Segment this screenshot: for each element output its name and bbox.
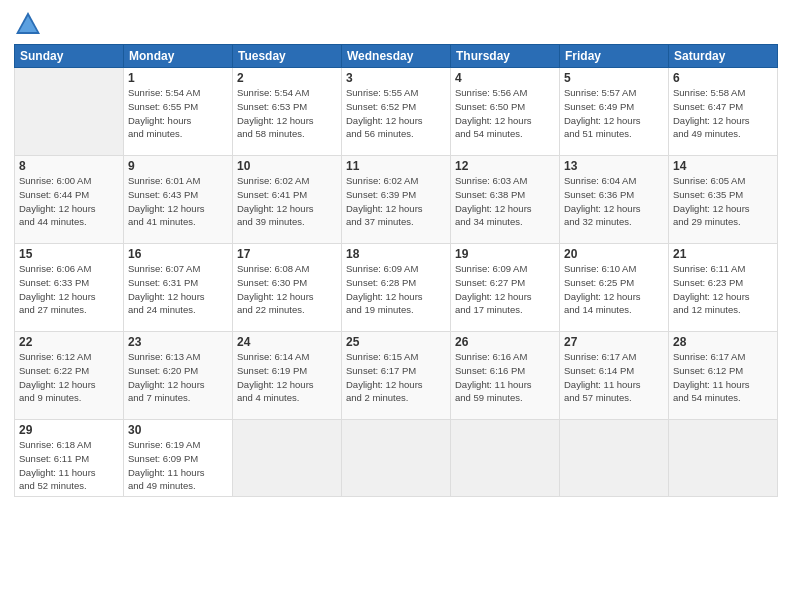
logo xyxy=(14,10,46,38)
day-of-week-header: Monday xyxy=(124,45,233,68)
calendar-cell: 21Sunrise: 6:11 AMSunset: 6:23 PMDayligh… xyxy=(669,244,778,332)
day-info: Sunrise: 6:10 AMSunset: 6:25 PMDaylight:… xyxy=(564,263,641,315)
day-info: Sunrise: 6:13 AMSunset: 6:20 PMDaylight:… xyxy=(128,351,205,403)
calendar-cell: 4Sunrise: 5:56 AMSunset: 6:50 PMDaylight… xyxy=(451,68,560,156)
calendar-cell xyxy=(560,420,669,497)
calendar-cell: 23Sunrise: 6:13 AMSunset: 6:20 PMDayligh… xyxy=(124,332,233,420)
calendar-cell: 20Sunrise: 6:10 AMSunset: 6:25 PMDayligh… xyxy=(560,244,669,332)
day-of-week-header: Wednesday xyxy=(342,45,451,68)
day-number: 20 xyxy=(564,247,664,261)
calendar-cell: 13Sunrise: 6:04 AMSunset: 6:36 PMDayligh… xyxy=(560,156,669,244)
day-number: 1 xyxy=(128,71,228,85)
day-of-week-row: SundayMondayTuesdayWednesdayThursdayFrid… xyxy=(15,45,778,68)
day-number: 3 xyxy=(346,71,446,85)
day-info: Sunrise: 5:57 AMSunset: 6:49 PMDaylight:… xyxy=(564,87,641,139)
calendar-week-row: 15Sunrise: 6:06 AMSunset: 6:33 PMDayligh… xyxy=(15,244,778,332)
day-number: 15 xyxy=(19,247,119,261)
day-info: Sunrise: 6:05 AMSunset: 6:35 PMDaylight:… xyxy=(673,175,750,227)
day-info: Sunrise: 6:00 AMSunset: 6:44 PMDaylight:… xyxy=(19,175,96,227)
day-number: 29 xyxy=(19,423,119,437)
calendar-cell: 12Sunrise: 6:03 AMSunset: 6:38 PMDayligh… xyxy=(451,156,560,244)
calendar-cell: 18Sunrise: 6:09 AMSunset: 6:28 PMDayligh… xyxy=(342,244,451,332)
day-info: Sunrise: 6:17 AMSunset: 6:12 PMDaylight:… xyxy=(673,351,750,403)
calendar-page: SundayMondayTuesdayWednesdayThursdayFrid… xyxy=(0,0,792,612)
day-of-week-header: Tuesday xyxy=(233,45,342,68)
calendar-cell: 14Sunrise: 6:05 AMSunset: 6:35 PMDayligh… xyxy=(669,156,778,244)
calendar-week-row: 1Sunrise: 5:54 AMSunset: 6:55 PMDaylight… xyxy=(15,68,778,156)
calendar-cell xyxy=(233,420,342,497)
day-info: Sunrise: 5:58 AMSunset: 6:47 PMDaylight:… xyxy=(673,87,750,139)
calendar-cell: 1Sunrise: 5:54 AMSunset: 6:55 PMDaylight… xyxy=(124,68,233,156)
day-info: Sunrise: 5:54 AMSunset: 6:55 PMDaylight:… xyxy=(128,87,200,139)
day-info: Sunrise: 6:01 AMSunset: 6:43 PMDaylight:… xyxy=(128,175,205,227)
calendar-cell: 10Sunrise: 6:02 AMSunset: 6:41 PMDayligh… xyxy=(233,156,342,244)
day-info: Sunrise: 5:55 AMSunset: 6:52 PMDaylight:… xyxy=(346,87,423,139)
calendar-cell: 25Sunrise: 6:15 AMSunset: 6:17 PMDayligh… xyxy=(342,332,451,420)
day-number: 6 xyxy=(673,71,773,85)
calendar-cell: 8Sunrise: 6:00 AMSunset: 6:44 PMDaylight… xyxy=(15,156,124,244)
day-number: 17 xyxy=(237,247,337,261)
calendar-cell: 30Sunrise: 6:19 AMSunset: 6:09 PMDayligh… xyxy=(124,420,233,497)
calendar-week-row: 29Sunrise: 6:18 AMSunset: 6:11 PMDayligh… xyxy=(15,420,778,497)
day-info: Sunrise: 6:16 AMSunset: 6:16 PMDaylight:… xyxy=(455,351,532,403)
day-number: 2 xyxy=(237,71,337,85)
calendar-cell: 29Sunrise: 6:18 AMSunset: 6:11 PMDayligh… xyxy=(15,420,124,497)
day-info: Sunrise: 6:02 AMSunset: 6:39 PMDaylight:… xyxy=(346,175,423,227)
day-number: 12 xyxy=(455,159,555,173)
calendar-cell: 3Sunrise: 5:55 AMSunset: 6:52 PMDaylight… xyxy=(342,68,451,156)
day-info: Sunrise: 6:19 AMSunset: 6:09 PMDaylight:… xyxy=(128,439,205,491)
logo-icon xyxy=(14,10,42,38)
calendar-cell: 27Sunrise: 6:17 AMSunset: 6:14 PMDayligh… xyxy=(560,332,669,420)
day-of-week-header: Saturday xyxy=(669,45,778,68)
day-number: 13 xyxy=(564,159,664,173)
calendar-cell xyxy=(342,420,451,497)
calendar-cell: 5Sunrise: 5:57 AMSunset: 6:49 PMDaylight… xyxy=(560,68,669,156)
day-info: Sunrise: 6:11 AMSunset: 6:23 PMDaylight:… xyxy=(673,263,750,315)
day-number: 27 xyxy=(564,335,664,349)
day-number: 22 xyxy=(19,335,119,349)
calendar-cell: 28Sunrise: 6:17 AMSunset: 6:12 PMDayligh… xyxy=(669,332,778,420)
day-info: Sunrise: 5:54 AMSunset: 6:53 PMDaylight:… xyxy=(237,87,314,139)
day-number: 24 xyxy=(237,335,337,349)
day-info: Sunrise: 6:02 AMSunset: 6:41 PMDaylight:… xyxy=(237,175,314,227)
day-info: Sunrise: 5:56 AMSunset: 6:50 PMDaylight:… xyxy=(455,87,532,139)
day-info: Sunrise: 6:07 AMSunset: 6:31 PMDaylight:… xyxy=(128,263,205,315)
day-number: 10 xyxy=(237,159,337,173)
day-number: 21 xyxy=(673,247,773,261)
calendar-week-row: 8Sunrise: 6:00 AMSunset: 6:44 PMDaylight… xyxy=(15,156,778,244)
calendar-cell: 19Sunrise: 6:09 AMSunset: 6:27 PMDayligh… xyxy=(451,244,560,332)
day-number: 11 xyxy=(346,159,446,173)
day-number: 19 xyxy=(455,247,555,261)
calendar-body: 1Sunrise: 5:54 AMSunset: 6:55 PMDaylight… xyxy=(15,68,778,497)
day-number: 4 xyxy=(455,71,555,85)
calendar-cell: 24Sunrise: 6:14 AMSunset: 6:19 PMDayligh… xyxy=(233,332,342,420)
calendar-cell: 6Sunrise: 5:58 AMSunset: 6:47 PMDaylight… xyxy=(669,68,778,156)
day-number: 9 xyxy=(128,159,228,173)
day-number: 30 xyxy=(128,423,228,437)
day-info: Sunrise: 6:09 AMSunset: 6:28 PMDaylight:… xyxy=(346,263,423,315)
day-info: Sunrise: 6:06 AMSunset: 6:33 PMDaylight:… xyxy=(19,263,96,315)
day-info: Sunrise: 6:14 AMSunset: 6:19 PMDaylight:… xyxy=(237,351,314,403)
day-info: Sunrise: 6:15 AMSunset: 6:17 PMDaylight:… xyxy=(346,351,423,403)
calendar-table: SundayMondayTuesdayWednesdayThursdayFrid… xyxy=(14,44,778,497)
calendar-week-row: 22Sunrise: 6:12 AMSunset: 6:22 PMDayligh… xyxy=(15,332,778,420)
day-of-week-header: Friday xyxy=(560,45,669,68)
calendar-cell xyxy=(669,420,778,497)
header xyxy=(14,10,778,38)
day-number: 23 xyxy=(128,335,228,349)
calendar-cell xyxy=(15,68,124,156)
day-info: Sunrise: 6:09 AMSunset: 6:27 PMDaylight:… xyxy=(455,263,532,315)
calendar-cell: 2Sunrise: 5:54 AMSunset: 6:53 PMDaylight… xyxy=(233,68,342,156)
day-number: 14 xyxy=(673,159,773,173)
day-of-week-header: Sunday xyxy=(15,45,124,68)
calendar-cell: 26Sunrise: 6:16 AMSunset: 6:16 PMDayligh… xyxy=(451,332,560,420)
day-number: 5 xyxy=(564,71,664,85)
calendar-cell xyxy=(451,420,560,497)
day-of-week-header: Thursday xyxy=(451,45,560,68)
calendar-cell: 22Sunrise: 6:12 AMSunset: 6:22 PMDayligh… xyxy=(15,332,124,420)
day-number: 28 xyxy=(673,335,773,349)
day-info: Sunrise: 6:18 AMSunset: 6:11 PMDaylight:… xyxy=(19,439,96,491)
calendar-cell: 15Sunrise: 6:06 AMSunset: 6:33 PMDayligh… xyxy=(15,244,124,332)
day-info: Sunrise: 6:04 AMSunset: 6:36 PMDaylight:… xyxy=(564,175,641,227)
calendar-cell: 16Sunrise: 6:07 AMSunset: 6:31 PMDayligh… xyxy=(124,244,233,332)
